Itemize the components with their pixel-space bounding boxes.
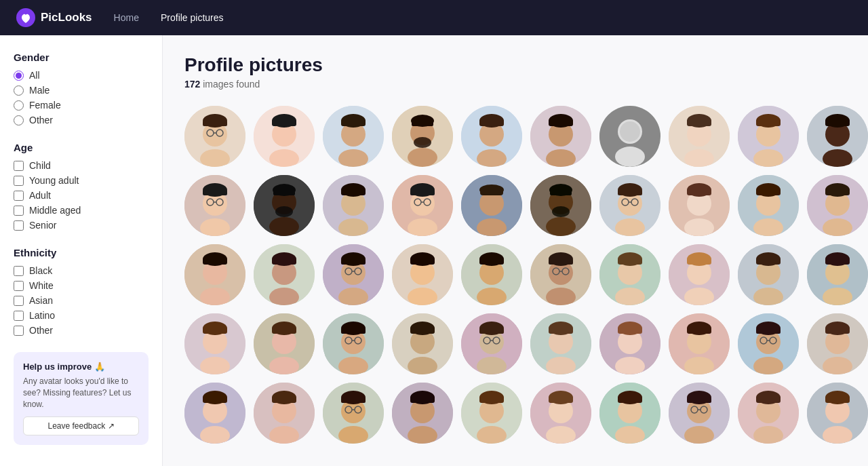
avatar-item[interactable] bbox=[599, 106, 660, 167]
eth-asian[interactable]: Asian bbox=[14, 295, 149, 306]
avatar-item[interactable] bbox=[807, 244, 868, 305]
age-adult[interactable]: Adult bbox=[14, 190, 149, 201]
avatar-item[interactable] bbox=[599, 313, 660, 374]
avatar-item[interactable] bbox=[254, 244, 315, 305]
avatar-item[interactable] bbox=[530, 106, 591, 167]
svg-rect-114 bbox=[825, 189, 850, 195]
svg-rect-119 bbox=[203, 258, 227, 265]
svg-rect-185 bbox=[341, 328, 366, 334]
ethnicity-filter: Ethnicity Black White Asian Latino Other bbox=[14, 247, 149, 336]
avatar-item[interactable] bbox=[323, 175, 384, 236]
navbar: PicLooks Home Profile pictures bbox=[0, 0, 868, 35]
gender-female[interactable]: Female bbox=[14, 100, 149, 111]
avatar-item[interactable] bbox=[530, 175, 591, 236]
avatar-item[interactable] bbox=[254, 383, 315, 444]
svg-point-67 bbox=[275, 206, 293, 217]
svg-rect-280 bbox=[756, 396, 781, 403]
age-senior[interactable]: Senior bbox=[14, 220, 149, 231]
avatar-item[interactable] bbox=[807, 383, 868, 444]
avatar-item[interactable] bbox=[599, 383, 660, 444]
avatar-item[interactable] bbox=[392, 175, 453, 236]
svg-rect-48 bbox=[756, 119, 781, 126]
feedback-title: Help us improve 🙏 bbox=[23, 362, 139, 372]
gender-other[interactable]: Other bbox=[14, 115, 149, 125]
avatar-item[interactable] bbox=[254, 106, 315, 167]
avatar-item[interactable] bbox=[738, 106, 799, 167]
avatar-item[interactable] bbox=[184, 106, 245, 167]
avatar-item[interactable] bbox=[669, 313, 730, 374]
avatar-item[interactable] bbox=[323, 106, 384, 167]
avatar-item[interactable] bbox=[599, 175, 660, 236]
avatar-item[interactable] bbox=[254, 313, 315, 374]
avatar-item[interactable] bbox=[807, 313, 868, 374]
svg-rect-58 bbox=[203, 190, 227, 195]
avatar-item[interactable] bbox=[738, 244, 799, 305]
sidebar: Gender All Male Female Other Age bbox=[0, 35, 163, 466]
svg-point-21 bbox=[408, 148, 437, 167]
svg-point-24 bbox=[414, 137, 431, 148]
avatar-item[interactable] bbox=[323, 383, 384, 444]
avatar-item[interactable] bbox=[392, 313, 453, 374]
avatar-item[interactable] bbox=[530, 313, 591, 374]
avatar-item[interactable] bbox=[461, 383, 522, 444]
gender-male-label: Male bbox=[29, 85, 50, 96]
age-senior-label: Senior bbox=[29, 220, 56, 231]
avatar-item[interactable] bbox=[184, 175, 245, 236]
svg-rect-211 bbox=[618, 327, 642, 334]
svg-rect-29 bbox=[479, 119, 504, 126]
avatar-item[interactable] bbox=[184, 383, 245, 444]
feedback-box: Help us improve 🙏 Any avatar looks you'd… bbox=[14, 352, 149, 445]
svg-point-88 bbox=[546, 217, 576, 236]
avatar-item[interactable] bbox=[461, 175, 522, 236]
avatar-item[interactable] bbox=[738, 383, 799, 444]
age-middle-aged[interactable]: Middle aged bbox=[14, 205, 149, 216]
avatar-item[interactable] bbox=[461, 244, 522, 305]
eth-other-label: Other bbox=[29, 325, 53, 336]
svg-point-38 bbox=[620, 121, 640, 142]
svg-rect-252 bbox=[410, 396, 435, 403]
age-young-adult[interactable]: Young adult bbox=[14, 175, 149, 186]
feedback-button[interactable]: Leave feedback ↗ bbox=[23, 416, 139, 435]
avatar-item[interactable] bbox=[807, 175, 868, 236]
avatar-item[interactable] bbox=[669, 175, 730, 236]
avatar-item[interactable] bbox=[530, 383, 591, 444]
avatar-item[interactable] bbox=[184, 313, 245, 374]
avatar-item[interactable] bbox=[669, 244, 730, 305]
image-grid bbox=[184, 106, 846, 444]
svg-rect-257 bbox=[479, 396, 504, 403]
avatar-item[interactable] bbox=[254, 175, 315, 236]
age-filter: Age Child Young adult Adult Middle aged … bbox=[14, 142, 149, 231]
avatar-item[interactable] bbox=[392, 244, 453, 305]
nav-profile-pictures[interactable]: Profile pictures bbox=[161, 12, 224, 23]
avatar-item[interactable] bbox=[669, 106, 730, 167]
svg-rect-239 bbox=[272, 396, 296, 403]
nav-home[interactable]: Home bbox=[114, 12, 139, 23]
age-child[interactable]: Child bbox=[14, 160, 149, 171]
avatar-item[interactable] bbox=[669, 383, 730, 444]
svg-rect-13 bbox=[272, 119, 296, 126]
avatar-item[interactable] bbox=[184, 244, 245, 305]
eth-black[interactable]: Black bbox=[14, 265, 149, 276]
avatar-item[interactable] bbox=[599, 244, 660, 305]
gender-male[interactable]: Male bbox=[14, 85, 149, 96]
avatar-item[interactable] bbox=[323, 244, 384, 305]
gender-title: Gender bbox=[14, 52, 149, 63]
avatar-item[interactable] bbox=[323, 313, 384, 374]
svg-rect-5 bbox=[203, 121, 227, 126]
avatar-item[interactable] bbox=[461, 106, 522, 167]
avatar-item[interactable] bbox=[738, 313, 799, 374]
logo-link[interactable]: PicLooks bbox=[16, 8, 92, 27]
gender-all-label: All bbox=[29, 70, 40, 81]
avatar-item[interactable] bbox=[530, 244, 591, 305]
svg-rect-34 bbox=[549, 119, 573, 126]
avatar-item[interactable] bbox=[392, 383, 453, 444]
avatar-item[interactable] bbox=[807, 106, 868, 167]
avatar-item[interactable] bbox=[392, 106, 453, 167]
eth-latino[interactable]: Latino bbox=[14, 310, 149, 321]
images-found-text: images found bbox=[203, 79, 260, 90]
eth-other[interactable]: Other bbox=[14, 325, 149, 336]
eth-white[interactable]: White bbox=[14, 280, 149, 291]
gender-all[interactable]: All bbox=[14, 70, 149, 81]
avatar-item[interactable] bbox=[461, 313, 522, 374]
avatar-item[interactable] bbox=[738, 175, 799, 236]
